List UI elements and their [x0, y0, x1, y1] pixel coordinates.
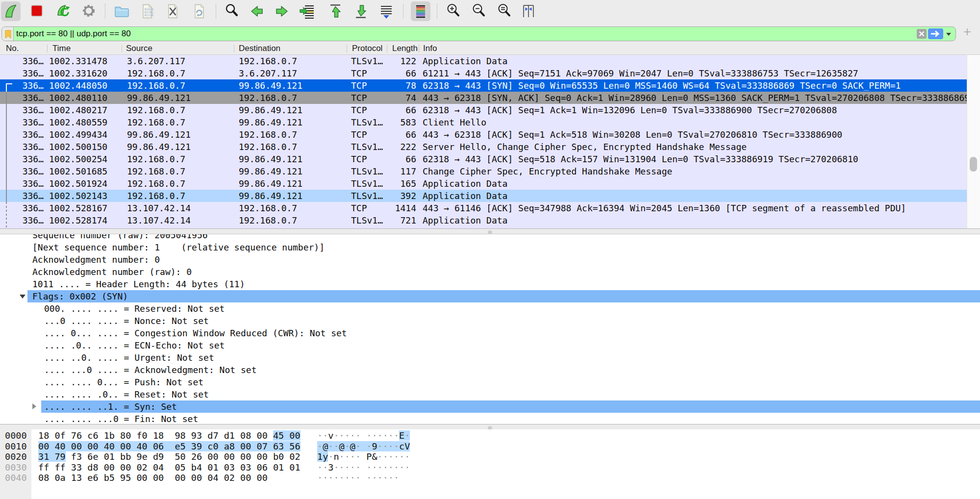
detail-line[interactable]: .... .... 0... = Push: Not set — [0, 376, 980, 388]
auto-scroll-button[interactable] — [377, 1, 396, 21]
hex-offset: 0040 — [5, 473, 27, 483]
colorize-button[interactable] — [411, 1, 430, 21]
cell-dst: 3.6.207.117 — [234, 67, 347, 79]
cell-info: Change Cipher Spec, Encrypted Handshake … — [419, 165, 967, 177]
cell-proto: TLSv1… — [347, 214, 387, 226]
open-file-button[interactable] — [112, 1, 131, 21]
filter-clear-button[interactable] — [917, 29, 927, 39]
display-filter-input[interactable]: tcp.port == 80 || udp.port == 80 — [1, 26, 956, 41]
packet-row[interactable]: 336…1002.3314783.6.207.117192.168.0.7TLS… — [0, 55, 967, 67]
detail-line[interactable]: .... ...0 .... = Acknowledgment: Not set — [0, 364, 980, 376]
filter-apply-button[interactable] — [928, 28, 943, 39]
detail-line[interactable]: [Next sequence number: 1 (relative seque… — [0, 241, 980, 253]
first-packet-button[interactable] — [326, 1, 345, 21]
cell-proto: TCP — [347, 79, 387, 92]
cell-proto: TCP — [347, 104, 387, 116]
filter-toolbar: tcp.port == 80 || udp.port == 80 + — [0, 23, 980, 43]
cell-proto: TCP — [347, 92, 387, 104]
add-filter-button[interactable]: + — [960, 24, 975, 40]
zoom-original-button[interactable] — [495, 1, 514, 21]
detail-line[interactable]: Flags: 0x002 (SYN) — [0, 290, 980, 302]
detail-line[interactable]: .... ..0. .... = Urgent: Not set — [0, 351, 980, 364]
expand-arrow-icon[interactable] — [20, 295, 25, 299]
detail-line[interactable]: ...0 .... .... = Nonce: Not set — [0, 315, 980, 327]
cell-len: 117 — [387, 165, 419, 177]
close-file-button[interactable] — [163, 1, 182, 21]
start-capture-button[interactable] — [1, 1, 21, 21]
dropdown-caret-icon[interactable] — [946, 33, 951, 36]
reload-file-button[interactable] — [189, 1, 209, 21]
hex-offset: 0030 — [5, 462, 27, 473]
filter-bookmark-button[interactable] — [2, 27, 14, 41]
hex-bytes: ff ff 33 d8 00 00 02 04 05 b4 01 03 03 0… — [38, 462, 301, 473]
detail-line[interactable]: .... .... .0.. = Reset: Not set — [0, 388, 980, 400]
column-header-length[interactable]: Length — [387, 43, 419, 54]
packet-row[interactable]: 336…1002.448050192.168.0.799.86.49.121TC… — [0, 79, 967, 92]
packet-row[interactable]: 336…1002.48011099.86.49.121192.168.0.7TC… — [0, 92, 967, 104]
packet-row[interactable]: 336…1002.501685192.168.0.799.86.49.121TL… — [0, 165, 967, 177]
go-to-packet-button[interactable] — [298, 1, 317, 21]
packet-row[interactable]: 336…1002.331620192.168.0.73.6.207.117TCP… — [0, 67, 967, 79]
last-packet-button[interactable] — [351, 1, 371, 21]
restart-capture-button[interactable] — [53, 1, 73, 21]
packet-row[interactable]: 336…1002.502143192.168.0.799.86.49.121TL… — [0, 190, 967, 202]
packet-row[interactable]: 336…1002.480217192.168.0.799.86.49.121TC… — [0, 104, 967, 116]
cell-proto: TCP — [347, 128, 387, 141]
packet-row[interactable]: 336…1002.52816713.107.42.14192.168.0.7TC… — [0, 202, 967, 214]
stop-capture-button[interactable] — [27, 1, 47, 21]
next-packet-button[interactable] — [272, 1, 292, 21]
cell-dst: 192.168.0.7 — [234, 202, 347, 214]
hex-bytes: 00 40 00 00 40 00 40 06 e5 39 c0 a8 00 0… — [38, 441, 301, 452]
cell-len: 165 — [387, 177, 419, 190]
column-header-info[interactable]: Info — [419, 43, 980, 54]
previous-packet-button[interactable] — [247, 1, 267, 21]
packet-row[interactable]: 336…1002.480559192.168.0.799.86.49.121TL… — [0, 116, 967, 128]
packet-row[interactable]: 336…1002.50015099.86.49.121192.168.0.7TL… — [0, 141, 967, 153]
hex-row[interactable]: 002031 79 f3 6e 01 bb 9e d9 50 26 00 00 … — [0, 451, 980, 462]
packet-row[interactable]: 336…1002.49943499.86.49.121192.168.0.7TC… — [0, 128, 967, 141]
find-packet-button[interactable] — [222, 1, 242, 21]
packet-row[interactable]: 336…1002.52817413.107.42.14192.168.0.7TL… — [0, 214, 967, 226]
column-header-no[interactable]: No. — [0, 43, 48, 54]
filter-expression-text[interactable]: tcp.port == 80 || udp.port == 80 — [16, 27, 131, 41]
detail-line[interactable]: .... .... ...0 = Fin: Not set — [0, 413, 980, 424]
zoom-in-button[interactable] — [444, 1, 463, 21]
column-header-source[interactable]: Source — [122, 43, 234, 54]
cell-proto: TCP — [347, 153, 387, 165]
zoom-out-button[interactable] — [469, 1, 489, 21]
conversation-indicator-line — [6, 92, 7, 202]
detail-text: ...0 .... .... = Nonce: Not set — [44, 315, 980, 327]
pane-splitter-top[interactable] — [0, 228, 980, 234]
detail-line[interactable]: .... .0.. .... = ECN-Echo: Not set — [0, 339, 980, 351]
hex-row[interactable]: 000018 0f 76 c6 1b 80 f0 18 98 93 d7 d1 … — [0, 430, 980, 441]
packet-row[interactable]: 336…1002.501924192.168.0.799.86.49.121TL… — [0, 177, 967, 190]
column-header-protocol[interactable]: Protocol — [347, 43, 387, 54]
detail-line[interactable]: Acknowledgment number: 0 — [0, 253, 980, 266]
save-file-button[interactable]: 010190110101110 — [137, 1, 157, 21]
cell-time: 1002.502143 — [48, 190, 122, 202]
cell-time: 1002.480559 — [48, 116, 122, 128]
cell-len: 66 — [387, 128, 419, 141]
capture-options-button[interactable] — [79, 1, 99, 21]
resize-columns-button[interactable] — [519, 1, 538, 21]
detail-line[interactable]: 000. .... .... = Reserved: Not set — [0, 302, 980, 315]
packet-list-scrollbar[interactable] — [967, 55, 980, 228]
detail-line[interactable]: .... .... ..1. = Syn: Set — [0, 400, 980, 413]
cell-no: 336… — [0, 92, 48, 104]
detail-line[interactable]: Sequence number (raw): 2005041956 — [0, 234, 980, 241]
hex-row[interactable]: 001000 40 00 00 40 00 40 06 e5 39 c0 a8 … — [0, 441, 980, 452]
hex-row[interactable]: 0030ff ff 33 d8 00 00 02 04 05 b4 01 03 … — [0, 462, 980, 473]
cell-no: 336… — [0, 153, 48, 165]
cell-time: 1002.480110 — [48, 92, 122, 104]
packet-row[interactable]: 336…1002.500254192.168.0.799.86.49.121TC… — [0, 153, 967, 165]
column-header-time[interactable]: Time — [48, 43, 122, 54]
scrollbar-thumb[interactable] — [970, 157, 977, 172]
detail-line[interactable]: 1011 .... = Header Length: 44 bytes (11) — [0, 278, 980, 290]
detail-text: Flags: 0x002 (SYN) — [32, 290, 980, 302]
hex-row[interactable]: 004008 0a 13 e6 b5 95 00 00 00 00 04 02 … — [0, 473, 980, 483]
detail-line[interactable]: Acknowledgment number (raw): 0 — [0, 266, 980, 278]
detail-line[interactable]: .... 0... .... = Congestion Window Reduc… — [0, 327, 980, 339]
column-header-destination[interactable]: Destination — [234, 43, 347, 54]
detail-text: .... .... ..1. = Syn: Set — [44, 400, 980, 413]
collapse-arrow-icon[interactable] — [32, 403, 36, 409]
